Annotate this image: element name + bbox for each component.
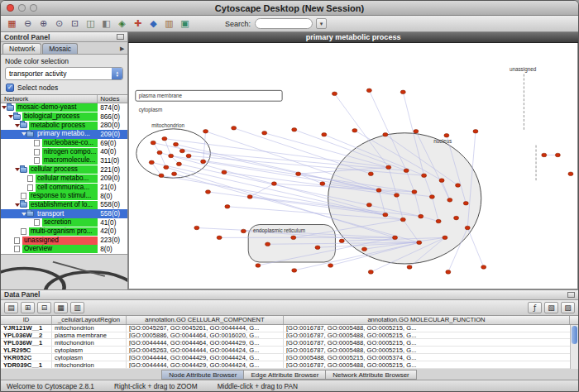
tree-row[interactable]: multi-organism pro...42(0) bbox=[1, 227, 127, 237]
tab-edge-attribute-browser[interactable]: Edge Attribute Browser bbox=[243, 370, 326, 380]
network-node[interactable] bbox=[446, 270, 451, 275]
formula-builder-icon[interactable]: ƒ bbox=[528, 302, 542, 313]
network-node[interactable] bbox=[386, 165, 391, 170]
search-options-icon[interactable]: ▾ bbox=[316, 18, 327, 29]
network-node[interactable] bbox=[542, 153, 547, 157]
tree-row[interactable]: secretion41(0) bbox=[1, 218, 127, 227]
network-node[interactable] bbox=[256, 264, 261, 268]
network-node[interactable] bbox=[395, 194, 400, 198]
expander-icon[interactable] bbox=[21, 132, 26, 136]
close-window-icon[interactable] bbox=[7, 4, 14, 12]
show-graphics-details-icon[interactable]: ◫ bbox=[84, 17, 98, 30]
network-node[interactable] bbox=[247, 195, 252, 199]
rename-attribute-icon[interactable]: ▦ bbox=[54, 302, 68, 313]
network-node[interactable] bbox=[419, 214, 423, 218]
expander-icon[interactable] bbox=[21, 213, 26, 216]
import-attributes-icon[interactable]: ▧ bbox=[544, 302, 558, 313]
hide-selected-icon[interactable]: ◧ bbox=[99, 17, 113, 30]
zoom-fit-icon[interactable]: ⊡ bbox=[68, 17, 82, 30]
network-node[interactable] bbox=[174, 142, 179, 146]
tree-row[interactable]: cellular process221(0) bbox=[1, 165, 127, 174]
network-node[interactable] bbox=[186, 154, 191, 158]
tree-column-network[interactable]: Network bbox=[1, 95, 98, 103]
network-node[interactable] bbox=[322, 132, 327, 136]
network-node[interactable] bbox=[177, 162, 182, 166]
network-node[interactable] bbox=[412, 190, 417, 194]
destroy-network-icon[interactable]: ▦ bbox=[5, 17, 19, 30]
network-node[interactable] bbox=[367, 88, 372, 93]
table-row[interactable]: YPL036W__1mitochondrion[GO:0044444, GO:0… bbox=[1, 339, 578, 347]
tree-column-nodes[interactable]: Nodes bbox=[98, 95, 127, 103]
network-node[interactable] bbox=[262, 131, 267, 135]
tab-scroll-right-icon[interactable]: ▶ bbox=[120, 45, 126, 54]
column-header[interactable]: _cellularLayoutRegion bbox=[52, 316, 127, 324]
title-bar[interactable]: Cytoscape Desktop (New Session) bbox=[1, 1, 578, 16]
network-node[interactable] bbox=[404, 169, 409, 173]
network-node[interactable] bbox=[369, 270, 374, 275]
column-header[interactable]: ID bbox=[1, 316, 52, 324]
tree-row[interactable]: biological_process866(0) bbox=[1, 112, 127, 122]
expander-icon[interactable] bbox=[14, 203, 20, 207]
vizmapper-icon[interactable]: ◆ bbox=[146, 17, 160, 30]
network-node[interactable] bbox=[172, 172, 177, 176]
network-node[interactable] bbox=[439, 179, 444, 183]
select-nodes-checkbox[interactable]: ✓ bbox=[6, 84, 14, 92]
tree-row[interactable]: cellular metabo...209(0) bbox=[1, 174, 127, 184]
network-node[interactable] bbox=[383, 213, 388, 217]
scrollbar-thumb[interactable] bbox=[572, 326, 577, 344]
column-header[interactable]: annotation.GO CELLULAR_COMPONENT bbox=[127, 316, 284, 324]
network-node[interactable] bbox=[376, 189, 381, 193]
new-network-from-selected-icon[interactable]: ◈ bbox=[115, 17, 129, 30]
network-node[interactable] bbox=[443, 236, 447, 240]
minimize-window-icon[interactable] bbox=[18, 4, 26, 12]
network-edge[interactable] bbox=[234, 128, 371, 174]
select-attributes-icon[interactable]: ▤ bbox=[4, 302, 18, 313]
layout-icon[interactable]: ▥ bbox=[162, 17, 176, 30]
network-node[interactable] bbox=[333, 92, 337, 96]
network-node[interactable] bbox=[407, 265, 412, 270]
network-node[interactable] bbox=[225, 204, 230, 208]
delete-table-icon[interactable]: ▥ bbox=[70, 302, 84, 313]
tree-row[interactable]: primary metabo...209(0) bbox=[1, 130, 127, 139]
network-node[interactable] bbox=[481, 265, 486, 270]
network-node[interactable] bbox=[456, 184, 461, 188]
network-node[interactable] bbox=[292, 128, 297, 132]
network-node[interactable] bbox=[169, 154, 174, 158]
network-node[interactable] bbox=[201, 160, 206, 164]
tree-row[interactable]: cell communica...21(0) bbox=[1, 183, 127, 192]
network-node[interactable] bbox=[151, 141, 156, 145]
network-node[interactable] bbox=[369, 172, 374, 176]
network-node[interactable] bbox=[401, 218, 406, 222]
zoom-window-icon[interactable] bbox=[30, 4, 37, 12]
network-node[interactable] bbox=[272, 182, 277, 186]
tree-row[interactable]: Overview8(0) bbox=[1, 245, 127, 254]
expander-icon[interactable] bbox=[14, 168, 20, 171]
network-node[interactable] bbox=[217, 236, 222, 240]
network-node[interactable] bbox=[164, 165, 169, 170]
expander-icon[interactable] bbox=[1, 106, 7, 109]
network-node[interactable] bbox=[328, 264, 333, 268]
table-row[interactable]: YLR295Ccytoplasm[GO:0045263, GO:0044444,… bbox=[1, 347, 578, 354]
node-color-dropdown[interactable]: transporter activity ▴▾ bbox=[5, 67, 123, 80]
network-node[interactable] bbox=[159, 174, 164, 178]
delete-attribute-icon[interactable]: ⊟ bbox=[37, 302, 51, 313]
network-node[interactable] bbox=[232, 127, 237, 131]
network-node[interactable] bbox=[296, 172, 301, 176]
tree-row[interactable]: unassigned223(0) bbox=[1, 236, 127, 245]
tab-network[interactable]: Network bbox=[2, 43, 41, 54]
float-data-panel-icon[interactable] bbox=[567, 292, 575, 298]
expander-icon[interactable] bbox=[14, 124, 20, 127]
expander-icon[interactable] bbox=[7, 115, 13, 118]
network-node[interactable] bbox=[320, 182, 325, 186]
network-node[interactable] bbox=[556, 153, 561, 157]
network-node[interactable] bbox=[444, 133, 449, 137]
tab-node-attribute-browser[interactable]: Node Attribute Browser bbox=[161, 370, 244, 380]
network-node[interactable] bbox=[367, 203, 372, 208]
tree-row[interactable]: transport558(0) bbox=[1, 209, 127, 218]
network-node[interactable] bbox=[414, 130, 419, 134]
network-edge[interactable] bbox=[467, 227, 483, 266]
network-node[interactable] bbox=[180, 149, 185, 153]
tab-network-attribute-browser[interactable]: Network Attribute Browser bbox=[325, 370, 416, 380]
network-canvas[interactable]: plasma membranecytoplasmmitochondrionnuc… bbox=[128, 43, 578, 289]
network-node[interactable] bbox=[568, 172, 573, 176]
